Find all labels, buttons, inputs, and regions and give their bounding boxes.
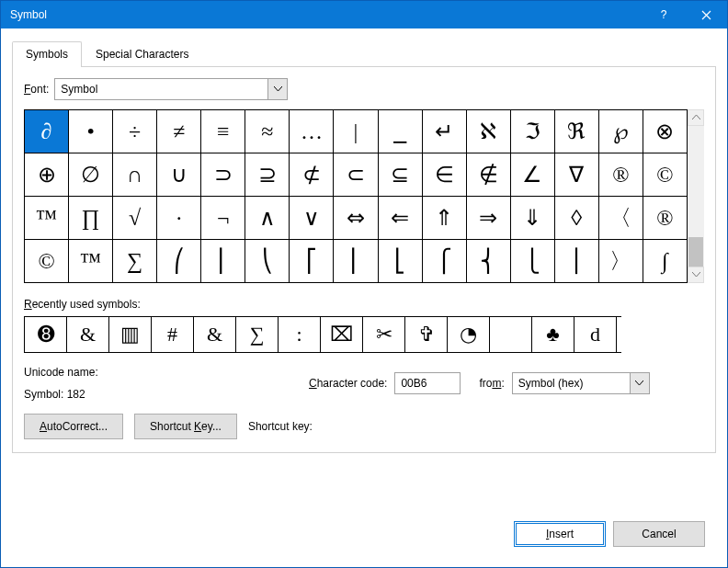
symbol-cell[interactable]: ⇒ (467, 197, 511, 240)
symbol-cell[interactable]: 〉 (599, 240, 643, 283)
scroll-down-button[interactable] (688, 267, 704, 283)
symbol-cell[interactable]: ⇑ (423, 197, 467, 240)
recent-cell[interactable]: ∑ (236, 317, 279, 352)
symbol-cell[interactable]: ≈ (245, 110, 290, 153)
symbol-cell[interactable]: ∑ (113, 240, 157, 283)
recent-cell[interactable]: : (279, 317, 321, 352)
symbol-cell[interactable]: ℑ (511, 110, 555, 153)
autocorrect-button[interactable]: AutoCorrect... (24, 414, 123, 439)
font-input[interactable] (54, 78, 288, 100)
symbol-cell[interactable]: ∂ (25, 110, 69, 153)
symbol-cell[interactable]: … (290, 110, 334, 153)
symbol-cell[interactable]: • (69, 110, 113, 153)
scroll-up-button[interactable] (688, 109, 704, 126)
symbol-cell[interactable]: ⎡ (290, 240, 334, 283)
symbol-cell[interactable]: ⊃ (201, 153, 245, 197)
recent-cell[interactable]: ⌧ (321, 317, 363, 352)
symbol-cell[interactable]: ∏ (69, 197, 113, 240)
symbol-cell[interactable]: ⊂ (334, 153, 378, 197)
symbol-cell[interactable]: ℜ (555, 110, 599, 153)
symbol-cell[interactable]: ◊ (555, 197, 599, 240)
from-label: from: (479, 377, 504, 390)
recent-cell[interactable]: ➑ (25, 317, 67, 352)
symbol-cell[interactable]: ⎪ (555, 240, 599, 283)
symbol-cell[interactable]: ⎢ (334, 240, 378, 283)
scroll-thumb[interactable] (688, 237, 703, 267)
chevron-down-icon (692, 272, 700, 278)
recent-cell[interactable] (490, 317, 532, 352)
font-dropdown-button[interactable] (267, 78, 288, 100)
scroll-track[interactable] (688, 126, 704, 267)
symbol-cell[interactable]: · (157, 197, 201, 240)
chevron-up-icon (692, 115, 700, 120)
cancel-button[interactable]: Cancel (613, 521, 705, 547)
symbol-grid[interactable]: ∂•÷≠≡≈…|⎯↵ℵℑℜ℘⊗⊕∅∩∪⊃⊇⊄⊂⊆∈∉∠∇®©™∏√·¬∧∨⇔⇐⇑… (24, 109, 688, 283)
symbol-cell[interactable]: ™ (69, 240, 113, 283)
symbol-cell[interactable]: √ (113, 197, 157, 240)
from-dropdown-button[interactable] (630, 372, 650, 394)
tab-symbols[interactable]: Symbols (12, 41, 82, 67)
tab-special-characters[interactable]: Special Characters (82, 41, 202, 67)
symbol-cell[interactable]: © (25, 240, 69, 283)
recent-cell[interactable]: ✂ (363, 317, 405, 352)
symbol-cell[interactable]: ∨ (290, 197, 334, 240)
scrollbar[interactable] (688, 109, 704, 283)
unicode-name-value: Symbol: 182 (24, 388, 300, 401)
help-button[interactable]: ? (643, 1, 685, 28)
recent-cell[interactable]: # (152, 317, 194, 352)
recent-cell[interactable]: & (194, 317, 236, 352)
symbol-cell[interactable]: ⊗ (643, 110, 688, 153)
recent-grid[interactable]: ➑&▥#&∑:⌧✂✞◔♣d (24, 316, 621, 353)
symbol-cell[interactable]: ⊇ (245, 153, 290, 197)
symbol-cell[interactable]: ÷ (113, 110, 157, 153)
recent-cell[interactable]: d (574, 317, 617, 352)
symbol-cell[interactable]: ⎧ (423, 240, 467, 283)
symbol-cell[interactable]: ⊆ (379, 153, 423, 197)
insert-button[interactable]: Insert (514, 521, 606, 547)
window-title: Symbol (10, 8, 643, 21)
symbol-cell[interactable]: ⎨ (467, 240, 511, 283)
symbol-cell[interactable]: 〈 (599, 197, 643, 240)
symbol-cell[interactable]: ⇐ (379, 197, 423, 240)
symbol-cell[interactable]: © (643, 153, 688, 197)
from-combobox[interactable] (512, 372, 650, 394)
symbol-cell[interactable]: ® (599, 153, 643, 197)
recent-cell[interactable]: ▥ (109, 317, 152, 352)
shortcut-key-button[interactable]: Shortcut Key... (134, 414, 237, 439)
symbol-cell[interactable]: ℵ (467, 110, 511, 153)
symbol-cell[interactable]: ↵ (423, 110, 467, 153)
symbol-cell[interactable]: ∅ (69, 153, 113, 197)
symbol-cell[interactable]: ∠ (511, 153, 555, 197)
symbol-cell[interactable]: ¬ (201, 197, 245, 240)
symbol-cell[interactable]: ∧ (245, 197, 290, 240)
symbol-cell[interactable]: ≠ (157, 110, 201, 153)
symbol-cell[interactable]: ⊕ (25, 153, 69, 197)
font-combobox[interactable] (54, 78, 288, 100)
recent-cell[interactable]: ♣ (532, 317, 574, 352)
symbol-cell[interactable]: | (334, 110, 378, 153)
charcode-input[interactable] (394, 372, 461, 394)
symbol-cell[interactable]: ⊄ (290, 153, 334, 197)
symbol-cell[interactable]: ∫ (643, 240, 688, 283)
recent-cell[interactable]: ◔ (448, 317, 490, 352)
symbol-cell[interactable]: ≡ (201, 110, 245, 153)
symbol-cell[interactable]: ∈ (423, 153, 467, 197)
recent-cell[interactable]: ✞ (405, 317, 448, 352)
symbol-cell[interactable]: ∇ (555, 153, 599, 197)
symbol-cell[interactable]: ™ (25, 197, 69, 240)
symbol-cell[interactable]: ℘ (599, 110, 643, 153)
symbol-cell[interactable]: ⎯ (379, 110, 423, 153)
close-button[interactable] (685, 1, 727, 28)
symbol-cell[interactable]: ⇓ (511, 197, 555, 240)
symbol-cell[interactable]: ⎣ (379, 240, 423, 283)
symbol-cell[interactable]: ⇔ (334, 197, 378, 240)
symbol-cell[interactable]: ∩ (113, 153, 157, 197)
symbol-cell[interactable]: ⎜ (201, 240, 245, 283)
symbol-cell[interactable]: ⎝ (245, 240, 290, 283)
recent-cell[interactable]: & (67, 317, 109, 352)
symbol-cell[interactable]: ∪ (157, 153, 201, 197)
symbol-cell[interactable]: ® (643, 197, 688, 240)
symbol-cell[interactable]: ⎛ (157, 240, 201, 283)
symbol-cell[interactable]: ⎩ (511, 240, 555, 283)
symbol-cell[interactable]: ∉ (467, 153, 511, 197)
